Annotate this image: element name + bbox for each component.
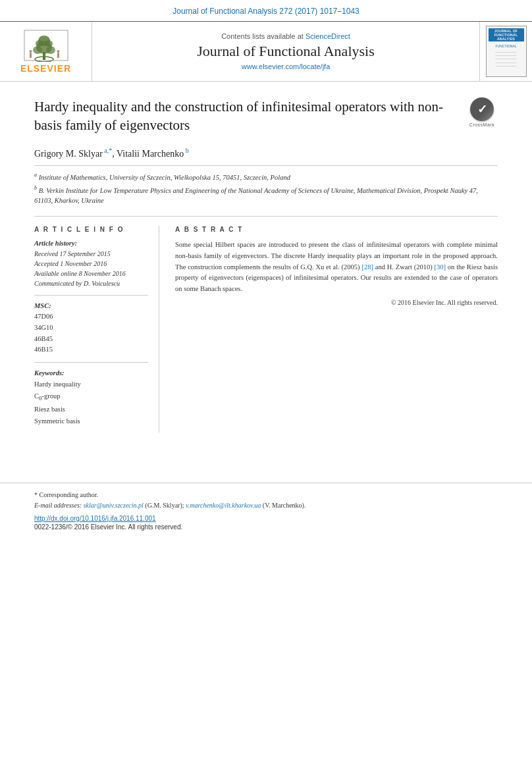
accepted-date: Accepted 1 November 2016 [34, 259, 148, 269]
author-sklyar: Grigory M. Sklyar [34, 148, 103, 158]
sciencedirect-link[interactable]: ScienceDirect [306, 32, 350, 40]
ref-28-link[interactable]: [28] [361, 263, 373, 271]
two-column-section: A R T I C L E I N F O Article history: R… [34, 216, 498, 433]
journal-thumbnail: JOURNAL OFFUNCTIONALANALYSIS FUNCTIONAL … [479, 22, 532, 81]
corresponding-label: * Corresponding author. [34, 491, 98, 498]
keyword-3: Riesz basis [34, 404, 148, 415]
contents-line: Contents lists available at ScienceDirec… [221, 32, 350, 40]
svg-point-11 [57, 50, 59, 53]
copyright-text: © 2016 Elsevier Inc. All rights reserved… [175, 299, 498, 306]
msc-label: MSC: [34, 302, 148, 309]
msc-code-4: 46B15 [34, 344, 148, 356]
communicated-by: Communicated by D. Voiculescu [34, 278, 148, 288]
msc-code-2: 34G10 [34, 323, 148, 334]
email-line: E-mail addresses: sklar@univ.szczecin.pl… [34, 500, 498, 511]
elsevier-logo: ELSEVIER [20, 29, 71, 74]
footnote-section: * Corresponding author. E-mail addresses… [0, 483, 532, 531]
email1-author: (G.M. Sklyar); [145, 502, 186, 509]
article-title: Hardy inequality and the construction of… [34, 97, 458, 135]
title-section: Hardy inequality and the construction of… [34, 97, 498, 135]
msc-codes: 47D06 34G10 46B45 46B15 [34, 311, 148, 356]
email2-author: (V. Marchenko). [263, 502, 306, 509]
keyword-2: C0-group [34, 390, 148, 404]
doi-link[interactable]: http://dx.doi.org/10.1016/j.jfa.2016.11.… [34, 515, 156, 522]
svg-rect-9 [57, 53, 59, 58]
svg-point-6 [36, 40, 43, 47]
crossmark-label: CrossMark [469, 122, 494, 127]
affiliations-section: a Institute of Mathematics, University o… [34, 165, 498, 205]
aff-b-sup: b [34, 185, 37, 191]
thumb-preview: JOURNAL OFFUNCTIONALANALYSIS FUNCTIONAL … [486, 26, 527, 77]
journal-header: ELSEVIER Contents lists available at Sci… [0, 21, 532, 82]
msc-code-1: 47D06 [34, 311, 148, 323]
keywords-label: Keywords: [34, 369, 148, 377]
aff-a-text: Institute of Mathematics, University of … [39, 174, 290, 181]
available-date: Available online 8 November 2016 [34, 269, 148, 278]
msc-code-3: 46B45 [34, 334, 148, 345]
abstract-header: A B S T R A C T [175, 226, 498, 233]
email1-link[interactable]: sklar@univ.szczecin.pl [84, 502, 144, 509]
history-label: Article history: [34, 240, 148, 247]
email2-link[interactable]: v.marchenko@ilt.kharkov.ua [186, 502, 261, 509]
journal-name: Journal of Functional Analysis [197, 43, 374, 60]
doi-line: http://dx.doi.org/10.1016/j.jfa.2016.11.… [34, 515, 498, 522]
crossmark-icon: ✓ [470, 97, 494, 121]
msc-block: MSC: 47D06 34G10 46B45 46B15 [34, 302, 148, 363]
journal-top-reference: Journal of Functional Analysis 272 (2017… [0, 0, 532, 21]
aff-a-sup: a [34, 172, 37, 178]
affiliation-b: b B. Verkin Institute for Low Temperatur… [34, 184, 498, 205]
sklyar-affiliation-sup: a,* [103, 147, 112, 154]
article-info-header: A R T I C L E I N F O [34, 226, 148, 233]
received-date: Received 17 September 2015 [34, 249, 148, 259]
marchenko-affiliation-sup: b [184, 147, 189, 154]
affiliation-a: a Institute of Mathematics, University o… [34, 171, 498, 182]
corresponding-author-note: * Corresponding author. [34, 490, 498, 500]
svg-point-7 [45, 40, 53, 47]
svg-point-3 [33, 46, 42, 54]
thumb-header-text: JOURNAL OFFUNCTIONALANALYSIS [489, 28, 524, 41]
journal-url: www.elsevier.com/locate/jfa [242, 63, 331, 70]
journal-citation: Journal of Functional Analysis 272 (2017… [173, 7, 359, 16]
email-label: E-mail addresses: [34, 502, 82, 509]
svg-point-4 [46, 46, 55, 54]
elsevier-tree-icon [23, 29, 69, 62]
keyword-1: Hardy inequality [34, 379, 148, 390]
history-block: Article history: Received 17 September 2… [34, 240, 148, 296]
svg-point-10 [29, 50, 32, 53]
thumb-content-text: FUNCTIONAL —————————————————————————————… [496, 43, 517, 67]
property-text: property [175, 274, 199, 281]
abstract-column: A B S T R A C T Some special Hilbert spa… [175, 226, 498, 433]
crossmark-area: ✓ CrossMark [466, 97, 498, 127]
publisher-logo-area: ELSEVIER [0, 22, 92, 81]
keyword-4: Symmetric basis [34, 415, 148, 427]
page: Journal of Functional Analysis 272 (2017… [0, 0, 532, 765]
abstract-text: Some special Hilbert spaces are introduc… [175, 240, 498, 295]
elsevier-wordmark: ELSEVIER [20, 63, 71, 74]
aff-b-text: B. Verkin Institute for Low Temperature … [34, 187, 478, 204]
main-content: Hardy inequality and the construction of… [0, 82, 532, 456]
keywords-list: Hardy inequality C0-group Riesz basis Sy… [34, 379, 148, 427]
svg-rect-8 [30, 53, 32, 58]
journal-title-area: Contents lists available at ScienceDirec… [92, 22, 479, 81]
ref-30-link[interactable]: [30] [435, 263, 446, 271]
authors-line: Grigory M. Sklyar a,*, Vitalii Marchenko… [34, 147, 498, 159]
article-info-column: A R T I C L E I N F O Article history: R… [34, 226, 159, 433]
issn-line: 0022-1236/© 2016 Elsevier Inc. All right… [34, 523, 498, 531]
keywords-block: Keywords: Hardy inequality C0-group Ries… [34, 369, 148, 427]
